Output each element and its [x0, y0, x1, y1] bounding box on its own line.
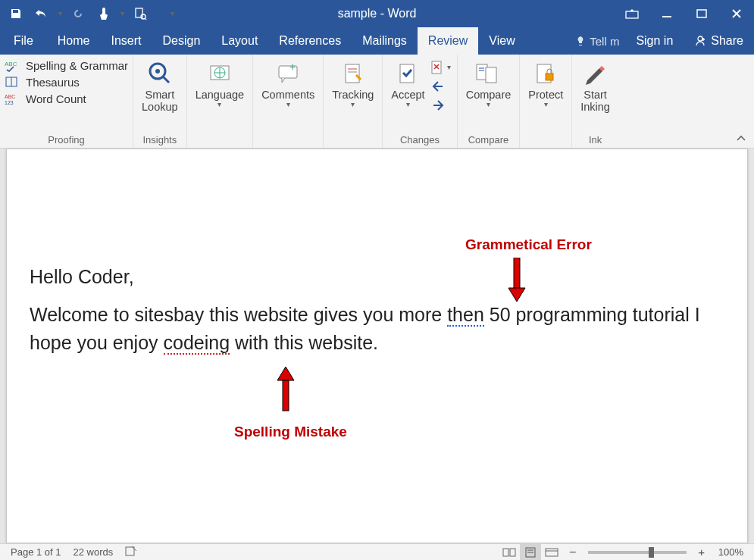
tab-home[interactable]: Home	[47, 27, 101, 55]
zoom-out-button[interactable]: −	[562, 544, 583, 561]
tell-me-label: Tell m	[590, 35, 619, 48]
language-button[interactable]: Language ▾	[192, 57, 249, 110]
next-icon	[430, 98, 446, 113]
svg-line-2	[145, 18, 146, 20]
thesaurus-button[interactable]: Thesaurus	[5, 75, 128, 89]
smart-lookup-button[interactable]: Smart Lookup	[138, 57, 182, 114]
close-button[interactable]	[719, 0, 754, 27]
svg-rect-40	[546, 549, 558, 556]
svg-rect-32	[514, 258, 520, 288]
zoom-slider-thumb[interactable]	[649, 547, 654, 558]
previous-icon	[430, 79, 446, 94]
protect-button[interactable]: Protect ▾	[524, 57, 567, 110]
svg-rect-3	[626, 11, 638, 18]
status-proofing-icon[interactable]	[119, 546, 143, 558]
ribbon-tabs: File Home Insert Design Layout Reference…	[0, 27, 754, 55]
tab-view[interactable]: View	[478, 27, 525, 55]
undo-dropdown-icon[interactable]: ▾	[55, 10, 65, 17]
svg-point-14	[155, 69, 160, 74]
group-protect: Protect ▾	[520, 55, 572, 148]
touch-mode-button[interactable]	[91, 0, 117, 27]
group-tracking: Tracking ▾	[324, 55, 383, 148]
svg-rect-19	[346, 64, 359, 83]
group-label-insights: Insights	[138, 133, 182, 148]
view-read-mode-button[interactable]	[499, 544, 520, 561]
start-inking-button[interactable]: Start Inking	[577, 57, 614, 114]
group-ink: Start Inking Ink	[572, 55, 618, 148]
zoom-slider[interactable]	[588, 551, 687, 554]
zoom-level[interactable]: 100%	[712, 546, 749, 558]
chevron-down-icon: ▾	[406, 101, 410, 108]
tell-me-search[interactable]: Tell m	[568, 35, 625, 48]
group-label-changes: Changes	[387, 133, 452, 148]
doc-body: Welcome to sitesbay this website gives y…	[30, 301, 724, 356]
view-web-layout-button[interactable]	[541, 544, 562, 561]
print-preview-button[interactable]	[127, 0, 153, 27]
svg-rect-4	[662, 16, 671, 17]
signin-button[interactable]: Sign in	[625, 34, 684, 48]
chevron-down-icon: ▾	[544, 101, 548, 108]
group-proofing: ABC Spelling & Grammar Thesaurus ABC123 …	[0, 55, 133, 148]
svg-line-13	[163, 77, 169, 83]
svg-rect-36	[510, 549, 515, 556]
ribbon-display-button[interactable]	[615, 0, 649, 27]
save-button[interactable]	[3, 0, 29, 27]
tab-mailings[interactable]: Mailings	[352, 27, 418, 55]
tab-layout[interactable]: Layout	[211, 27, 268, 55]
tab-file[interactable]: File	[0, 27, 47, 55]
spelling-icon: ABC	[5, 58, 21, 72]
tab-insert[interactable]: Insert	[100, 27, 152, 55]
reject-button[interactable]: ▾	[430, 59, 451, 76]
spelling-error-word[interactable]: codeing	[164, 332, 230, 355]
compare-button[interactable]: Compare ▾	[462, 57, 515, 110]
annotation-grammar-label: Grammetical Error	[465, 236, 592, 253]
reject-icon	[430, 60, 446, 75]
chevron-down-icon: ▾	[217, 101, 221, 108]
minimize-button[interactable]	[649, 0, 684, 27]
svg-rect-33	[283, 380, 289, 411]
svg-text:ABC: ABC	[5, 94, 15, 99]
group-label-proofing: Proofing	[5, 133, 128, 148]
redo-button[interactable]	[65, 0, 91, 27]
smart-lookup-icon	[146, 58, 174, 89]
svg-rect-34	[126, 547, 134, 555]
tab-review[interactable]: Review	[418, 27, 478, 55]
zoom-in-button[interactable]: +	[691, 544, 712, 561]
status-wordcount[interactable]: 22 words	[67, 546, 120, 558]
group-changes: Accept ▾ ▾ Changes	[383, 55, 457, 148]
svg-rect-27	[486, 67, 496, 83]
svg-rect-31	[546, 74, 553, 80]
group-label-ink: Ink	[577, 133, 614, 148]
maximize-button[interactable]	[684, 0, 719, 27]
status-page[interactable]: Page 1 of 1	[5, 546, 67, 558]
lightbulb-icon	[574, 35, 587, 47]
tab-references[interactable]: References	[268, 27, 352, 55]
touch-dropdown-icon[interactable]: ▾	[117, 10, 127, 17]
qat-customize-icon[interactable]: ▾	[167, 10, 177, 17]
word-count-button[interactable]: ABC123 Word Count	[5, 92, 128, 105]
inking-icon	[583, 58, 609, 89]
share-icon	[694, 35, 706, 47]
web-layout-icon	[545, 547, 558, 558]
comments-button[interactable]: + Comments ▾	[258, 57, 318, 110]
accept-button[interactable]: Accept ▾	[387, 57, 428, 110]
svg-point-6	[698, 36, 702, 41]
previous-change-button[interactable]	[430, 78, 451, 95]
chevron-down-icon: ▾	[286, 101, 290, 108]
group-label-compare: Compare	[462, 133, 515, 148]
document-page[interactable]: Hello Coder, Welcome to sitesbay this we…	[6, 149, 748, 543]
view-print-layout-button[interactable]	[520, 544, 541, 561]
doc-greeting: Hello Coder,	[30, 263, 724, 290]
undo-button[interactable]	[29, 0, 55, 27]
grammar-error-word[interactable]: then	[447, 304, 484, 327]
collapse-ribbon-button[interactable]	[736, 131, 746, 145]
tab-design[interactable]: Design	[152, 27, 211, 55]
svg-text:ABC: ABC	[5, 61, 17, 67]
next-change-button[interactable]	[430, 97, 451, 114]
tracking-button[interactable]: Tracking ▾	[328, 57, 377, 110]
spelling-grammar-button[interactable]: ABC Spelling & Grammar	[5, 58, 128, 72]
share-button[interactable]: Share	[684, 34, 754, 48]
arrow-up-icon	[276, 367, 296, 412]
svg-rect-35	[503, 549, 508, 556]
status-bar: Page 1 of 1 22 words − + 100%	[0, 543, 754, 560]
